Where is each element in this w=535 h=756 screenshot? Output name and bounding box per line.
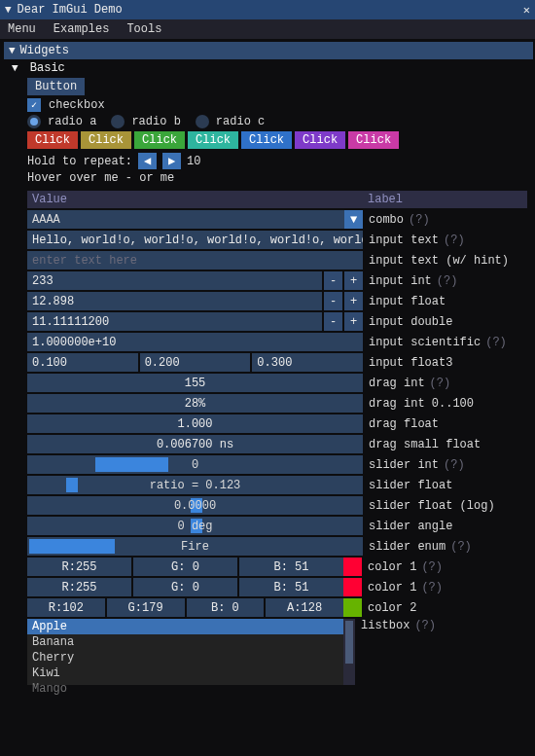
color1b-g[interactable]: G: 0 <box>133 578 237 596</box>
input-float-label: input float <box>363 295 446 308</box>
color2-swatch[interactable] <box>343 598 362 617</box>
input-double[interactable]: 11.11111200 <box>27 312 322 331</box>
input-scientific[interactable]: 1.000000e+10 <box>27 333 363 351</box>
color2-b[interactable]: B: 0 <box>187 598 265 617</box>
titlebar[interactable]: ▼ Dear ImGui Demo ✕ <box>0 0 535 19</box>
color1-swatch[interactable] <box>343 558 362 576</box>
help-icon[interactable]: (?) <box>444 458 465 472</box>
help-icon[interactable]: (?) <box>421 581 443 594</box>
help-icon[interactable]: (?) <box>430 377 451 390</box>
slider-angle[interactable]: 0 deg <box>27 517 363 535</box>
basic-group: Button ✓ checkbox radio a radio b radio … <box>2 78 535 685</box>
slider-grab <box>29 539 115 554</box>
help-icon[interactable]: (?) <box>450 540 472 554</box>
menu-tools[interactable]: Tools <box>126 22 161 36</box>
click-button-2[interactable]: Click <box>134 131 185 149</box>
menu-examples[interactable]: Examples <box>54 22 110 36</box>
slider-float[interactable]: ratio = 0.123 <box>27 476 363 494</box>
tree-widgets[interactable]: ▼ Widgets <box>4 42 533 59</box>
help-icon[interactable]: (?) <box>414 619 436 632</box>
minus-button[interactable]: - <box>324 292 342 310</box>
help-icon[interactable]: (?) <box>421 560 443 574</box>
color1b-r[interactable]: R:255 <box>27 578 131 596</box>
plus-button[interactable]: + <box>344 271 363 290</box>
chevron-down-icon: ▼ <box>12 62 18 74</box>
column-headers: Value label <box>27 191 527 208</box>
input-text-hint[interactable]: enter text here <box>27 251 363 270</box>
listbox-scrollbar[interactable] <box>343 619 355 685</box>
color1b-swatch[interactable] <box>343 578 362 596</box>
radio-b[interactable] <box>111 115 125 128</box>
col-label: label <box>368 193 403 206</box>
repeat-left-button[interactable]: ◀ <box>138 153 157 169</box>
chevron-down-icon: ▼ <box>9 45 16 56</box>
help-icon[interactable]: (?) <box>444 234 465 247</box>
help-icon[interactable]: (?) <box>437 274 458 288</box>
repeat-right-button[interactable]: ▶ <box>162 153 181 169</box>
color1-b[interactable]: B: 51 <box>239 558 343 576</box>
color2-r[interactable]: R:102 <box>27 598 105 617</box>
click-button-3[interactable]: Click <box>188 131 238 149</box>
listbox[interactable]: Apple Banana Cherry Kiwi Mango <box>27 619 355 685</box>
color1-r[interactable]: R:255 <box>27 558 131 576</box>
menu-menu[interactable]: Menu <box>8 22 36 36</box>
list-item[interactable]: Mango <box>27 681 343 697</box>
collapse-icon[interactable]: ▼ <box>5 4 12 16</box>
input-text[interactable]: Hello, world!o, world!o, world!o, world!… <box>27 231 363 249</box>
color1b-b[interactable]: B: 51 <box>239 578 343 596</box>
click-button-1[interactable]: Click <box>81 131 131 149</box>
help-icon[interactable]: (?) <box>485 336 507 349</box>
input-text-label: input text <box>363 234 439 247</box>
slider-int[interactable]: 0 <box>27 455 363 474</box>
slider-enum-label: slider enum <box>363 540 446 554</box>
input-double-label: input double <box>363 315 452 329</box>
col-value: Value <box>32 193 368 206</box>
radio-b-label: radio b <box>131 115 180 128</box>
slider-enum[interactable]: Fire <box>27 537 363 556</box>
tree-basic[interactable]: ▼ Basic <box>2 61 535 75</box>
close-icon[interactable]: ✕ <box>523 3 530 18</box>
list-item[interactable]: Banana <box>27 634 343 650</box>
window-title: Dear ImGui Demo <box>18 3 523 17</box>
button[interactable]: Button <box>27 78 85 95</box>
help-icon[interactable]: (?) <box>409 213 430 227</box>
plus-button[interactable]: + <box>344 312 363 331</box>
drag-float[interactable]: 1.000 <box>27 414 363 433</box>
drag-int-0-100[interactable]: 28% <box>27 394 363 413</box>
list-item[interactable]: Apple <box>27 619 343 634</box>
list-item[interactable]: Kiwi <box>27 666 343 681</box>
drag-small-float[interactable]: 0.006700 ns <box>27 435 363 453</box>
click-button-6[interactable]: Click <box>348 131 399 149</box>
combo[interactable]: AAAA ▼ <box>27 210 363 229</box>
checkbox-label: checkbox <box>49 98 105 112</box>
hold-repeat-label: Hold to repeat: <box>27 155 132 168</box>
minus-button[interactable]: - <box>324 312 342 331</box>
checkbox[interactable]: ✓ <box>27 98 41 112</box>
slider-float-log[interactable]: 0.0000 <box>27 496 363 515</box>
radio-c[interactable] <box>196 115 209 128</box>
click-button-0[interactable]: Click <box>27 131 78 149</box>
slider-float-log-label: slider float (log) <box>363 499 495 513</box>
color1-g[interactable]: G: 0 <box>133 558 237 576</box>
input-int-label: input int <box>363 274 432 288</box>
drag-int[interactable]: 155 <box>27 374 363 392</box>
color2-g[interactable]: G:179 <box>107 598 185 617</box>
input-float3-y[interactable]: 0.200 <box>140 353 251 372</box>
input-float3-x[interactable]: 0.100 <box>27 353 138 372</box>
list-item[interactable]: Cherry <box>27 650 343 666</box>
color2-a[interactable]: A:128 <box>266 598 343 617</box>
repeat-value: 10 <box>187 155 200 168</box>
input-float[interactable]: 12.898 <box>27 292 322 310</box>
input-float3-z[interactable]: 0.300 <box>252 353 363 372</box>
input-float3-label: input float3 <box>363 356 452 370</box>
input-int[interactable]: 233 <box>27 271 322 290</box>
click-button-4[interactable]: Click <box>241 131 292 149</box>
plus-button[interactable]: + <box>344 292 363 310</box>
drag-int-0-100-label: drag int 0..100 <box>363 397 474 411</box>
click-button-5[interactable]: Click <box>295 131 345 149</box>
minus-button[interactable]: - <box>324 271 342 290</box>
combo-label: combo <box>363 213 404 227</box>
radio-c-label: radio c <box>216 115 265 128</box>
slider-angle-label: slider angle <box>363 520 452 533</box>
radio-a[interactable] <box>27 115 41 128</box>
